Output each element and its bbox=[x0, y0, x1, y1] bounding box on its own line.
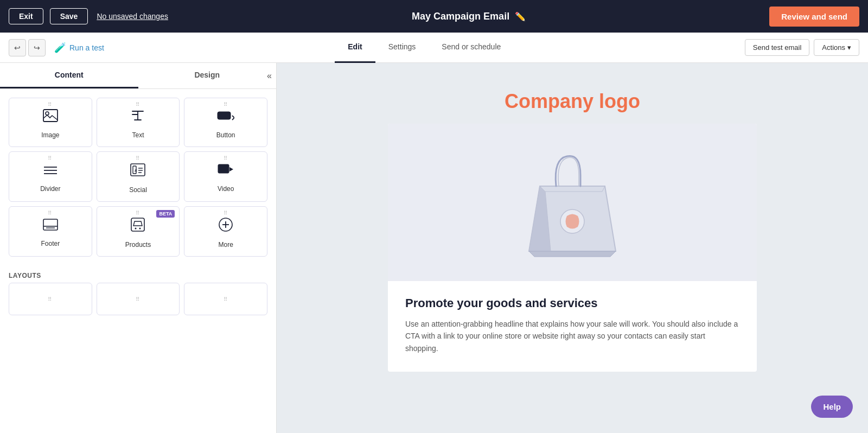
social-icon: # bbox=[130, 163, 145, 181]
email-card: Promote your goods and services Use an a… bbox=[388, 124, 757, 372]
block-button-label: Button bbox=[216, 131, 235, 139]
drag-handle-layout3: ⠿ bbox=[224, 296, 228, 302]
undo-button[interactable]: ↩ bbox=[9, 39, 26, 56]
tab-settings[interactable]: Settings bbox=[375, 33, 429, 63]
drag-handle-image: ⠿ bbox=[48, 101, 53, 107]
top-bar: Exit Save No unsaved changes May Campaig… bbox=[0, 0, 868, 33]
help-button[interactable]: Help bbox=[811, 396, 853, 418]
actions-chevron-icon: ▾ bbox=[847, 43, 851, 52]
block-divider-label: Divider bbox=[40, 185, 60, 193]
divider-icon bbox=[43, 163, 58, 180]
panel-header-tabs: Content Design « bbox=[0, 63, 276, 89]
block-video-label: Video bbox=[218, 185, 234, 193]
redo-button[interactable]: ↪ bbox=[28, 39, 46, 56]
company-logo-text: Company logo bbox=[505, 90, 640, 112]
drag-handle-footer: ⠿ bbox=[48, 210, 53, 216]
block-video[interactable]: ⠿ Video bbox=[184, 151, 267, 202]
collapse-panel-icon[interactable]: « bbox=[267, 71, 272, 81]
block-image-label: Image bbox=[41, 131, 59, 139]
layouts-section-label: LAYOUTS bbox=[0, 265, 276, 283]
drag-handle-products: ⠿ bbox=[136, 210, 141, 216]
panel-tab-content[interactable]: Content bbox=[0, 63, 138, 88]
drag-handle-social: ⠿ bbox=[136, 155, 141, 161]
email-card-image bbox=[388, 124, 757, 281]
tab-edit[interactable]: Edit bbox=[335, 33, 375, 63]
layout-item-1[interactable]: ⠿ bbox=[9, 283, 92, 315]
svg-rect-13 bbox=[43, 219, 58, 230]
svg-point-18 bbox=[139, 228, 141, 230]
company-logo-header: Company logo bbox=[388, 79, 757, 124]
sub-toolbar: ↩ ↪ 🧪 Run a test Edit Settings Send or s… bbox=[0, 33, 868, 63]
drag-handle-layout1: ⠿ bbox=[48, 296, 53, 302]
layout-item-3[interactable]: ⠿ bbox=[184, 283, 267, 315]
tab-send-schedule[interactable]: Send or schedule bbox=[429, 33, 514, 63]
block-products[interactable]: ⠿ BETA Products bbox=[97, 206, 180, 257]
svg-point-17 bbox=[135, 228, 137, 230]
block-products-label: Products bbox=[125, 241, 151, 249]
panel-tab-design[interactable]: Design bbox=[138, 63, 277, 88]
block-footer[interactable]: ⠿ Footer bbox=[9, 206, 92, 257]
button-icon bbox=[217, 109, 234, 126]
edit-title-icon[interactable]: ✏️ bbox=[515, 11, 526, 22]
save-button[interactable]: Save bbox=[50, 8, 88, 24]
email-title: May Campaign Email ✏️ bbox=[175, 11, 763, 22]
unsaved-changes-link[interactable]: No unsaved changes bbox=[97, 12, 168, 21]
review-send-button[interactable]: Review and send bbox=[769, 7, 859, 27]
svg-rect-16 bbox=[131, 218, 144, 231]
drag-handle-more: ⠿ bbox=[224, 210, 228, 216]
block-more-label: More bbox=[218, 241, 233, 249]
send-test-email-button[interactable]: Send test email bbox=[745, 39, 810, 56]
exit-button[interactable]: Exit bbox=[9, 8, 43, 24]
block-text-label: Text bbox=[132, 131, 144, 139]
layouts-grid: ⠿ ⠿ ⠿ bbox=[0, 283, 276, 324]
email-canvas: Company logo bbox=[388, 79, 757, 372]
drag-handle-layout2: ⠿ bbox=[136, 296, 141, 302]
video-icon bbox=[218, 163, 234, 180]
drag-handle-button: ⠿ bbox=[224, 101, 228, 107]
left-panel: Content Design « ⠿ Image ⠿ bbox=[0, 63, 277, 433]
svg-rect-2 bbox=[218, 112, 231, 119]
block-image[interactable]: ⠿ Image bbox=[9, 98, 92, 147]
drag-handle-video: ⠿ bbox=[224, 155, 228, 161]
email-card-body: Promote your goods and services Use an a… bbox=[388, 281, 757, 372]
actions-label: Actions bbox=[822, 43, 845, 52]
block-social[interactable]: ⠿ # Social bbox=[97, 151, 180, 202]
products-icon bbox=[131, 218, 145, 235]
block-button[interactable]: ⠿ Button bbox=[184, 98, 267, 147]
run-test-icon: 🧪 bbox=[54, 42, 66, 54]
svg-rect-12 bbox=[218, 164, 229, 173]
footer-icon bbox=[43, 218, 58, 234]
shopping-bag-illustration bbox=[518, 143, 627, 262]
svg-text:#: # bbox=[135, 168, 137, 173]
block-footer-label: Footer bbox=[41, 240, 60, 247]
svg-rect-0 bbox=[43, 110, 58, 122]
block-more[interactable]: ⠿ More bbox=[184, 206, 267, 257]
main-layout: Content Design « ⠿ Image ⠿ bbox=[0, 63, 868, 433]
email-title-text: May Campaign Email bbox=[412, 11, 509, 22]
sub-tabs: Edit Settings Send or schedule bbox=[111, 33, 738, 63]
actions-button[interactable]: Actions ▾ bbox=[814, 39, 859, 56]
toolbar-right: Send test email Actions ▾ bbox=[745, 39, 859, 56]
email-canvas-area: Company logo bbox=[277, 63, 868, 433]
block-social-label: Social bbox=[129, 186, 147, 194]
email-card-text: Use an attention-grabbing headline that … bbox=[405, 318, 739, 354]
run-test-label: Run a test bbox=[69, 43, 104, 52]
more-icon bbox=[219, 218, 233, 235]
block-divider[interactable]: ⠿ Divider bbox=[9, 151, 92, 202]
run-test-button[interactable]: 🧪 Run a test bbox=[54, 42, 104, 54]
drag-handle-divider: ⠿ bbox=[48, 155, 53, 161]
undo-redo-group: ↩ ↪ bbox=[9, 39, 46, 56]
drag-handle-text: ⠿ bbox=[136, 101, 141, 107]
layout-item-2[interactable]: ⠿ bbox=[97, 283, 180, 315]
beta-badge: BETA bbox=[156, 210, 175, 218]
image-icon bbox=[43, 109, 58, 126]
email-card-title: Promote your goods and services bbox=[405, 296, 739, 310]
content-blocks-grid: ⠿ Image ⠿ bbox=[0, 89, 276, 265]
text-icon bbox=[130, 109, 145, 126]
block-text[interactable]: ⠿ Text bbox=[97, 98, 180, 147]
